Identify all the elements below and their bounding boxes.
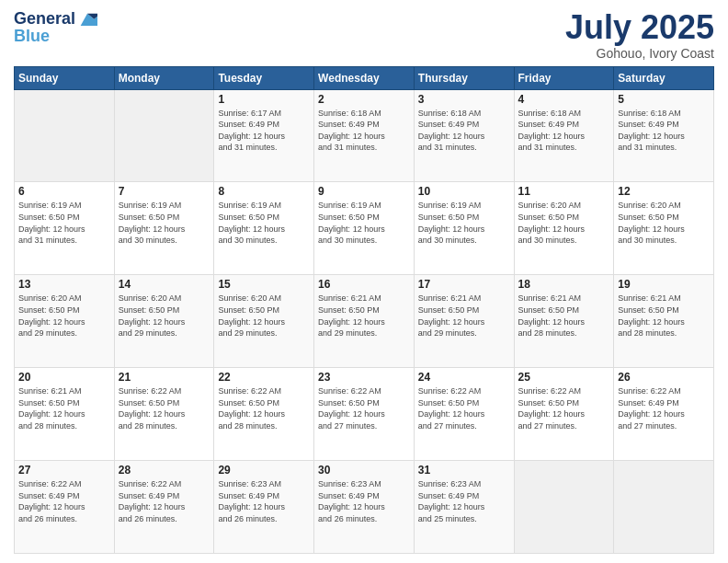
day-number: 28 xyxy=(119,464,210,477)
day-info: Sunrise: 6:21 AM Sunset: 6:50 PM Dayligh… xyxy=(518,293,610,339)
day-number: 26 xyxy=(618,371,710,384)
day-number: 3 xyxy=(418,93,510,106)
day-info: Sunrise: 6:22 AM Sunset: 6:49 PM Dayligh… xyxy=(119,478,210,524)
calendar-cell: 31Sunrise: 6:23 AM Sunset: 6:49 PM Dayli… xyxy=(414,461,514,554)
calendar-cell xyxy=(514,461,614,554)
calendar-cell: 25Sunrise: 6:22 AM Sunset: 6:50 PM Dayli… xyxy=(514,368,614,461)
day-info: Sunrise: 6:21 AM Sunset: 6:50 PM Dayligh… xyxy=(618,293,710,339)
day-number: 11 xyxy=(518,185,610,198)
day-number: 17 xyxy=(418,278,510,291)
day-number: 23 xyxy=(318,371,410,384)
day-number: 2 xyxy=(318,93,410,106)
logo-text: General xyxy=(14,10,75,29)
logo-subtext: Blue xyxy=(14,28,50,46)
calendar-week-row: 20Sunrise: 6:21 AM Sunset: 6:50 PM Dayli… xyxy=(15,368,714,461)
calendar-cell: 7Sunrise: 6:19 AM Sunset: 6:50 PM Daylig… xyxy=(114,182,214,275)
day-info: Sunrise: 6:19 AM Sunset: 6:50 PM Dayligh… xyxy=(119,200,210,246)
calendar-cell: 19Sunrise: 6:21 AM Sunset: 6:50 PM Dayli… xyxy=(614,275,714,368)
weekday-header: Monday xyxy=(114,66,214,89)
calendar-cell: 4Sunrise: 6:18 AM Sunset: 6:49 PM Daylig… xyxy=(514,89,614,182)
calendar-cell: 16Sunrise: 6:21 AM Sunset: 6:50 PM Dayli… xyxy=(314,275,415,368)
day-info: Sunrise: 6:20 AM Sunset: 6:50 PM Dayligh… xyxy=(119,293,210,339)
calendar-cell: 17Sunrise: 6:21 AM Sunset: 6:50 PM Dayli… xyxy=(414,275,514,368)
title-block: July 2025 Gohouo, Ivory Coast xyxy=(565,9,714,61)
calendar-week-row: 13Sunrise: 6:20 AM Sunset: 6:50 PM Dayli… xyxy=(15,275,714,368)
calendar-cell: 27Sunrise: 6:22 AM Sunset: 6:49 PM Dayli… xyxy=(15,461,115,554)
header: General Blue July 2025 Gohouo, Ivory Coa… xyxy=(14,9,714,61)
day-info: Sunrise: 6:22 AM Sunset: 6:49 PM Dayligh… xyxy=(618,385,710,431)
day-number: 14 xyxy=(119,278,210,291)
day-number: 4 xyxy=(518,93,610,106)
calendar-cell: 11Sunrise: 6:20 AM Sunset: 6:50 PM Dayli… xyxy=(514,182,614,275)
calendar-cell: 26Sunrise: 6:22 AM Sunset: 6:49 PM Dayli… xyxy=(614,368,714,461)
day-number: 21 xyxy=(119,371,210,384)
day-info: Sunrise: 6:22 AM Sunset: 6:50 PM Dayligh… xyxy=(119,385,210,431)
calendar-cell xyxy=(15,89,115,182)
day-number: 7 xyxy=(119,185,210,198)
day-info: Sunrise: 6:18 AM Sunset: 6:49 PM Dayligh… xyxy=(318,108,410,154)
day-number: 15 xyxy=(218,278,310,291)
calendar-cell: 13Sunrise: 6:20 AM Sunset: 6:50 PM Dayli… xyxy=(15,275,115,368)
calendar-cell: 12Sunrise: 6:20 AM Sunset: 6:50 PM Dayli… xyxy=(614,182,714,275)
day-number: 29 xyxy=(218,464,310,477)
day-number: 20 xyxy=(18,371,110,384)
calendar-cell: 18Sunrise: 6:21 AM Sunset: 6:50 PM Dayli… xyxy=(514,275,614,368)
day-info: Sunrise: 6:23 AM Sunset: 6:49 PM Dayligh… xyxy=(418,478,510,524)
day-info: Sunrise: 6:22 AM Sunset: 6:50 PM Dayligh… xyxy=(518,385,610,431)
day-info: Sunrise: 6:19 AM Sunset: 6:50 PM Dayligh… xyxy=(418,200,510,246)
calendar-week-row: 6Sunrise: 6:19 AM Sunset: 6:50 PM Daylig… xyxy=(15,182,714,275)
weekday-header: Tuesday xyxy=(214,66,314,89)
day-info: Sunrise: 6:20 AM Sunset: 6:50 PM Dayligh… xyxy=(18,293,110,339)
day-number: 5 xyxy=(618,93,710,106)
calendar-cell xyxy=(614,461,714,554)
calendar-cell: 9Sunrise: 6:19 AM Sunset: 6:50 PM Daylig… xyxy=(314,182,415,275)
calendar-cell: 24Sunrise: 6:22 AM Sunset: 6:50 PM Dayli… xyxy=(414,368,514,461)
logo-icon xyxy=(77,9,97,29)
calendar-cell: 22Sunrise: 6:22 AM Sunset: 6:50 PM Dayli… xyxy=(214,368,314,461)
calendar-cell: 10Sunrise: 6:19 AM Sunset: 6:50 PM Dayli… xyxy=(414,182,514,275)
day-number: 25 xyxy=(518,371,610,384)
day-info: Sunrise: 6:17 AM Sunset: 6:49 PM Dayligh… xyxy=(218,108,310,154)
calendar-cell: 14Sunrise: 6:20 AM Sunset: 6:50 PM Dayli… xyxy=(114,275,214,368)
day-number: 13 xyxy=(18,278,110,291)
day-number: 19 xyxy=(618,278,710,291)
day-number: 9 xyxy=(318,185,410,198)
calendar-header: SundayMondayTuesdayWednesdayThursdayFrid… xyxy=(15,66,714,89)
calendar-cell: 6Sunrise: 6:19 AM Sunset: 6:50 PM Daylig… xyxy=(15,182,115,275)
calendar-body: 1Sunrise: 6:17 AM Sunset: 6:49 PM Daylig… xyxy=(15,89,714,553)
weekday-header: Thursday xyxy=(414,66,514,89)
weekday-row: SundayMondayTuesdayWednesdayThursdayFrid… xyxy=(15,66,714,89)
calendar-cell: 21Sunrise: 6:22 AM Sunset: 6:50 PM Dayli… xyxy=(114,368,214,461)
calendar-cell: 15Sunrise: 6:20 AM Sunset: 6:50 PM Dayli… xyxy=(214,275,314,368)
calendar-cell xyxy=(114,89,214,182)
day-number: 12 xyxy=(618,185,710,198)
weekday-header: Friday xyxy=(514,66,614,89)
month-title: July 2025 xyxy=(565,9,714,46)
location: Gohouo, Ivory Coast xyxy=(565,46,714,61)
day-number: 22 xyxy=(218,371,310,384)
page: General Blue July 2025 Gohouo, Ivory Coa… xyxy=(0,0,728,563)
day-number: 30 xyxy=(318,464,410,477)
day-number: 18 xyxy=(518,278,610,291)
day-number: 8 xyxy=(218,185,310,198)
day-info: Sunrise: 6:19 AM Sunset: 6:50 PM Dayligh… xyxy=(318,200,410,246)
day-number: 1 xyxy=(218,93,310,106)
day-info: Sunrise: 6:22 AM Sunset: 6:50 PM Dayligh… xyxy=(418,385,510,431)
day-info: Sunrise: 6:21 AM Sunset: 6:50 PM Dayligh… xyxy=(418,293,510,339)
calendar-cell: 1Sunrise: 6:17 AM Sunset: 6:49 PM Daylig… xyxy=(214,89,314,182)
calendar-cell: 2Sunrise: 6:18 AM Sunset: 6:49 PM Daylig… xyxy=(314,89,415,182)
day-info: Sunrise: 6:20 AM Sunset: 6:50 PM Dayligh… xyxy=(618,200,710,246)
day-info: Sunrise: 6:22 AM Sunset: 6:50 PM Dayligh… xyxy=(318,385,410,431)
day-info: Sunrise: 6:18 AM Sunset: 6:49 PM Dayligh… xyxy=(518,108,610,154)
day-info: Sunrise: 6:22 AM Sunset: 6:50 PM Dayligh… xyxy=(218,385,310,431)
calendar-cell: 23Sunrise: 6:22 AM Sunset: 6:50 PM Dayli… xyxy=(314,368,415,461)
day-info: Sunrise: 6:23 AM Sunset: 6:49 PM Dayligh… xyxy=(318,478,410,524)
day-number: 10 xyxy=(418,185,510,198)
weekday-header: Saturday xyxy=(614,66,714,89)
day-number: 6 xyxy=(18,185,110,198)
day-info: Sunrise: 6:18 AM Sunset: 6:49 PM Dayligh… xyxy=(618,108,710,154)
calendar-cell: 5Sunrise: 6:18 AM Sunset: 6:49 PM Daylig… xyxy=(614,89,714,182)
weekday-header: Wednesday xyxy=(314,66,415,89)
calendar-week-row: 1Sunrise: 6:17 AM Sunset: 6:49 PM Daylig… xyxy=(15,89,714,182)
day-info: Sunrise: 6:19 AM Sunset: 6:50 PM Dayligh… xyxy=(218,200,310,246)
